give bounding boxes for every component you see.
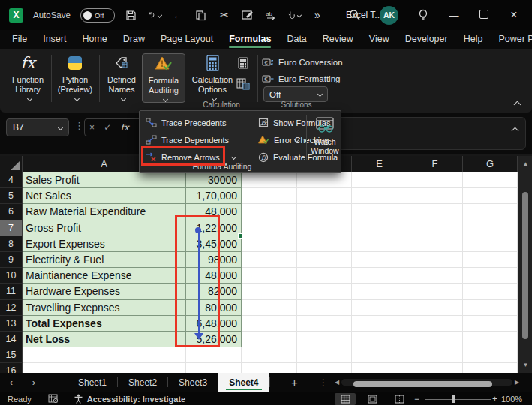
euro-conversion-button[interactable]: € Euro Conversion bbox=[262, 56, 343, 69]
cell-e11[interactable] bbox=[352, 284, 407, 299]
cell-d13[interactable] bbox=[297, 316, 352, 332]
tab-data[interactable]: Data bbox=[287, 32, 306, 48]
view-normal-button[interactable] bbox=[335, 393, 356, 405]
sheet-nav-left-icon[interactable]: ‹ bbox=[0, 376, 23, 388]
python-preview-button[interactable]: Python (Preview) bbox=[53, 53, 97, 103]
insert-function-icon[interactable]: fx bbox=[121, 122, 129, 133]
formula-auditing-button[interactable]: Formula Auditing bbox=[142, 53, 185, 103]
row-header-15[interactable]: 15 bbox=[0, 347, 23, 363]
cancel-entry-icon[interactable]: × bbox=[89, 122, 95, 133]
cell-g11[interactable] bbox=[463, 284, 518, 299]
cell-e14[interactable] bbox=[352, 332, 407, 347]
row-header-13[interactable]: 13 bbox=[0, 316, 23, 332]
cell-f10[interactable] bbox=[407, 268, 463, 284]
user-avatar[interactable]: AK bbox=[380, 6, 398, 25]
cell-f15[interactable] bbox=[407, 347, 463, 363]
row-header-11[interactable]: 11 bbox=[0, 284, 23, 299]
zoom-level[interactable]: 100% bbox=[501, 394, 522, 404]
cell-g10[interactable] bbox=[463, 268, 518, 284]
cell-a14[interactable]: Net Loss bbox=[23, 332, 186, 347]
cell-a15[interactable] bbox=[23, 347, 186, 363]
cell-g8[interactable] bbox=[463, 236, 518, 252]
cell-d14[interactable] bbox=[297, 332, 352, 347]
cell-g12[interactable] bbox=[463, 300, 518, 316]
tab-file[interactable]: File bbox=[12, 32, 27, 48]
touch-mode-dropdown-icon[interactable] bbox=[297, 13, 302, 17]
lightbulb-icon[interactable] bbox=[416, 8, 430, 22]
cell-f9[interactable] bbox=[407, 252, 463, 268]
cell-e10[interactable] bbox=[352, 268, 407, 284]
cell-d11[interactable] bbox=[297, 284, 352, 299]
cell-a9[interactable]: Electricity & Fuel bbox=[23, 252, 186, 268]
cell-a5[interactable]: Net Sales bbox=[23, 188, 186, 204]
column-header-f[interactable]: F bbox=[407, 156, 463, 172]
paste-pen-icon[interactable] bbox=[241, 8, 254, 22]
find-replace-icon[interactable]: ab bbox=[264, 8, 278, 22]
zoom-slider-track[interactable] bbox=[425, 399, 491, 400]
view-page-break-button[interactable] bbox=[389, 393, 410, 405]
tab-insert[interactable]: Insert bbox=[43, 32, 66, 48]
zoom-in-icon[interactable]: + bbox=[492, 394, 497, 404]
calculate-sheet-button[interactable] bbox=[235, 76, 251, 92]
cell-a6[interactable]: Raw Material Expenditure bbox=[23, 204, 186, 220]
sheet-tab-sheet2[interactable]: Sheet2 bbox=[118, 373, 167, 392]
cell-c6[interactable] bbox=[242, 204, 297, 220]
cell-e4[interactable] bbox=[352, 172, 407, 188]
sheet-tab-sheet1[interactable]: Sheet1 bbox=[68, 373, 117, 392]
cell-c10[interactable] bbox=[242, 268, 297, 284]
cell-c15[interactable] bbox=[242, 347, 297, 363]
calculation-options-button[interactable]: Calculation Options bbox=[190, 53, 235, 103]
remove-arrows-dropdown-icon[interactable] bbox=[231, 154, 236, 160]
cell-d4[interactable] bbox=[297, 172, 352, 188]
horizontal-scrollbar-track[interactable] bbox=[341, 379, 512, 386]
horizontal-scrollbar-thumb[interactable] bbox=[353, 381, 492, 387]
zoom-slider-handle[interactable] bbox=[452, 395, 455, 403]
cell-c9[interactable] bbox=[242, 252, 297, 268]
cell-a7[interactable]: Gross Profit bbox=[23, 220, 186, 236]
macro-record-button[interactable] bbox=[48, 394, 59, 404]
cell-c16[interactable] bbox=[242, 363, 297, 373]
cell-e7[interactable] bbox=[352, 220, 407, 236]
row-header-14[interactable]: 14 bbox=[0, 332, 23, 347]
cell-f16[interactable] bbox=[407, 363, 463, 373]
row-header-4[interactable]: 4 bbox=[0, 172, 23, 188]
cell-f5[interactable] bbox=[407, 188, 463, 204]
tab-page-layout[interactable]: Page Layout bbox=[161, 32, 213, 48]
cell-c5[interactable] bbox=[242, 188, 297, 204]
tab-review[interactable]: Review bbox=[323, 32, 353, 48]
defined-names-button[interactable]: Defined Names bbox=[101, 53, 142, 103]
cell-f11[interactable] bbox=[407, 284, 463, 299]
cell-e16[interactable] bbox=[352, 363, 407, 373]
cell-e5[interactable] bbox=[352, 188, 407, 204]
cell-c11[interactable] bbox=[242, 284, 297, 299]
scroll-left-icon[interactable]: ◀ bbox=[332, 379, 341, 386]
euro-formatting-button[interactable]: € Euro Formatting bbox=[262, 72, 340, 86]
new-sheet-button[interactable]: + bbox=[291, 376, 298, 388]
sheet-tab-sheet3[interactable]: Sheet3 bbox=[168, 373, 218, 392]
tab-developer[interactable]: Developer bbox=[405, 32, 448, 48]
cell-d16[interactable] bbox=[297, 363, 352, 373]
cell-e12[interactable] bbox=[352, 300, 407, 316]
minimize-button[interactable]: — bbox=[448, 10, 460, 21]
cell-d12[interactable] bbox=[297, 300, 352, 316]
column-header-g[interactable]: G bbox=[463, 156, 518, 172]
confirm-entry-icon[interactable]: ✓ bbox=[104, 122, 111, 133]
row-header-10[interactable]: 10 bbox=[0, 268, 23, 284]
tab-draw[interactable]: Draw bbox=[123, 32, 145, 48]
sheet-bar-options-icon[interactable]: ⋮ bbox=[319, 377, 328, 388]
excel-logo-icon[interactable]: X bbox=[9, 8, 23, 22]
tab-help[interactable]: Help bbox=[464, 32, 483, 48]
cell-g14[interactable] bbox=[463, 332, 518, 347]
close-button[interactable]: × bbox=[508, 8, 520, 22]
cell-a13[interactable]: Total Expenses bbox=[23, 316, 186, 332]
cell-b5[interactable]: 1,70,000 bbox=[186, 188, 242, 204]
row-header-8[interactable]: 8 bbox=[0, 236, 23, 252]
autosave-toggle[interactable]: Off bbox=[80, 8, 115, 22]
quick-access-overflow-icon[interactable]: » bbox=[311, 8, 324, 22]
selection-fill-handle[interactable] bbox=[238, 233, 243, 238]
cell-f4[interactable] bbox=[407, 172, 463, 188]
cell-d7[interactable] bbox=[297, 220, 352, 236]
cell-a4[interactable]: Sales Profit bbox=[23, 172, 186, 188]
accessibility-status[interactable]: Accessibility: Investigate bbox=[74, 394, 185, 404]
expand-formula-bar-icon[interactable] bbox=[512, 128, 519, 135]
